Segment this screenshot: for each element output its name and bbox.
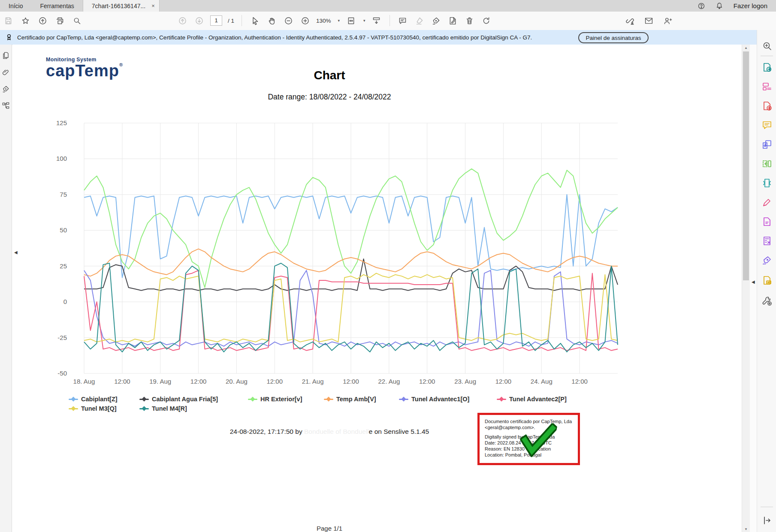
y-tick-label: 50 xyxy=(60,226,67,234)
digital-signature-stamp: Documento certificado por CapTemp, Lda <… xyxy=(477,413,580,465)
vertical-scrollbar[interactable]: ▴ ▾ xyxy=(742,45,750,532)
legend-label: HR Exterior[v] xyxy=(260,396,302,403)
signatures-pen-icon[interactable] xyxy=(2,85,10,93)
signatures-panel-button[interactable]: Painel de assinaturas xyxy=(578,32,649,43)
x-tick-label: 18. Aug xyxy=(73,378,95,385)
collapse-toolbar-icon[interactable] xyxy=(371,15,382,26)
fill-and-sign-icon[interactable] xyxy=(762,197,772,207)
certificate-text: Certificado por CapTemp, Lda <geral@capt… xyxy=(17,34,532,41)
legend-label: Cabiplant Agua Fria[5] xyxy=(152,396,218,403)
comment-tool-icon[interactable] xyxy=(762,120,772,130)
y-tick-label: 75 xyxy=(60,191,67,198)
zoom-in-icon[interactable] xyxy=(299,15,311,26)
save-icon[interactable] xyxy=(3,15,14,26)
date-range: Date range: 18/08/2022 - 24/08/2022 xyxy=(12,93,646,102)
certificates-sign-icon[interactable] xyxy=(762,255,772,265)
registered-mark: ® xyxy=(119,62,123,67)
legend-item: Temp Amb[V] xyxy=(324,396,376,403)
search-icon[interactable] xyxy=(71,15,82,26)
print-icon[interactable] xyxy=(54,15,65,26)
legend-marker-icon xyxy=(497,397,506,402)
collapse-right-pane-icon[interactable]: ◀ xyxy=(752,280,755,284)
legend-marker-icon xyxy=(69,406,78,411)
legend-item: Tunel Advantec2[P] xyxy=(497,396,567,403)
request-signatures-icon[interactable] xyxy=(762,275,772,286)
zoom-out-icon[interactable] xyxy=(283,15,294,26)
tab-bar: Início Ferramentas 7chart-166136147... ×… xyxy=(0,0,776,12)
combine-files-icon[interactable] xyxy=(762,139,772,150)
y-tick-label: 100 xyxy=(56,155,67,162)
x-tick-label: 12:00 xyxy=(190,378,207,385)
tab-inicio[interactable]: Início xyxy=(0,0,31,12)
left-navigation-pane xyxy=(0,45,12,532)
tools-pane xyxy=(757,30,776,532)
delete-trash-icon[interactable] xyxy=(464,15,475,26)
y-tick-label: -50 xyxy=(57,370,67,377)
legend-label: Tunel M3[Q] xyxy=(81,405,117,412)
legend-label: Tunel Advantec2[P] xyxy=(509,396,567,403)
legend-item: Tunel M3[Q] xyxy=(69,405,117,412)
legend-label: Tunel M4[R] xyxy=(152,405,187,412)
select-tool-icon[interactable] xyxy=(249,15,260,26)
share-upload-icon[interactable] xyxy=(37,15,48,26)
tab-document[interactable]: 7chart-166136147... × xyxy=(83,0,160,12)
scroll-up-icon[interactable]: ▴ xyxy=(742,45,750,50)
fit-width-icon[interactable] xyxy=(345,15,356,26)
tab-ferramentas[interactable]: Ferramentas xyxy=(31,0,82,12)
main-toolbar: 1 / 1 130% ▾ ▾ xyxy=(0,12,776,30)
page-footer-label: Page 1/1 xyxy=(12,525,646,532)
page-thumbnails-icon[interactable] xyxy=(2,51,10,60)
legend-item: Tunel M4[R] xyxy=(139,405,187,412)
scrollbar-thumb[interactable] xyxy=(743,51,749,280)
fit-width-caret-icon[interactable]: ▾ xyxy=(363,18,365,23)
notifications-bell-icon[interactable] xyxy=(716,2,723,10)
certificate-bar: Certificado por CapTemp, Lda <geral@capt… xyxy=(0,30,757,45)
star-favorite-icon[interactable] xyxy=(20,15,31,26)
prepare-form-icon[interactable] xyxy=(762,236,772,246)
previous-page-icon[interactable] xyxy=(177,15,188,26)
zoom-caret-icon[interactable]: ▾ xyxy=(338,18,340,23)
export-pdf-icon[interactable] xyxy=(762,62,772,72)
share-link-icon[interactable] xyxy=(624,15,635,26)
scroll-down-icon[interactable]: ▾ xyxy=(742,527,750,531)
x-tick-label: 12:00 xyxy=(114,378,130,385)
zoom-level-select[interactable]: 130% xyxy=(316,18,331,24)
bookmarks-tree-icon[interactable] xyxy=(2,102,10,110)
right-pane-splitter: ◀ xyxy=(750,45,757,532)
email-envelope-icon[interactable] xyxy=(643,15,654,26)
search-tools-icon[interactable] xyxy=(762,41,772,51)
legend-marker-icon xyxy=(139,397,149,402)
close-tab-icon[interactable]: × xyxy=(151,3,155,9)
organize-pages-icon[interactable] xyxy=(762,81,772,92)
open-tools-pane-icon[interactable] xyxy=(762,515,772,526)
login-button[interactable]: Fazer logon xyxy=(734,2,767,9)
add-tools-wrench-icon[interactable] xyxy=(762,296,772,306)
y-tick-label: -25 xyxy=(57,334,67,341)
fill-sign-pen-icon[interactable] xyxy=(431,15,442,26)
add-person-icon[interactable] xyxy=(662,15,673,26)
x-tick-label: 12:00 xyxy=(267,378,283,385)
legend-label: Temp Amb[V] xyxy=(336,396,376,403)
x-tick-label: 23. Aug xyxy=(454,378,476,385)
legend-item: Cabiplant Agua Fria[5] xyxy=(139,396,218,403)
next-page-icon[interactable] xyxy=(193,15,205,26)
highlighter-icon[interactable] xyxy=(414,15,425,26)
compress-pdf-icon[interactable] xyxy=(762,178,772,188)
tab-document-label: 7chart-166136147... xyxy=(92,3,145,9)
hand-tool-icon[interactable] xyxy=(266,15,277,26)
edit-page-icon[interactable] xyxy=(447,15,459,26)
create-pdf-icon[interactable] xyxy=(762,101,772,111)
edit-pdf-icon[interactable] xyxy=(762,159,772,169)
help-icon[interactable] xyxy=(697,2,705,10)
chart-title: Chart xyxy=(12,69,646,82)
page-total-label: / 1 xyxy=(228,18,234,24)
y-tick-label: 0 xyxy=(63,298,67,305)
certificate-medal-icon xyxy=(5,33,13,42)
page-number-input[interactable]: 1 xyxy=(210,15,222,26)
comment-icon[interactable] xyxy=(397,15,408,26)
legend-item: Tunel Advantec1[O] xyxy=(399,396,469,403)
attachments-paperclip-icon[interactable] xyxy=(2,68,10,76)
rotate-refresh-icon[interactable] xyxy=(481,15,492,26)
export-document-icon[interactable] xyxy=(762,216,772,227)
collapse-left-pane-icon[interactable]: ◀ xyxy=(14,250,18,255)
